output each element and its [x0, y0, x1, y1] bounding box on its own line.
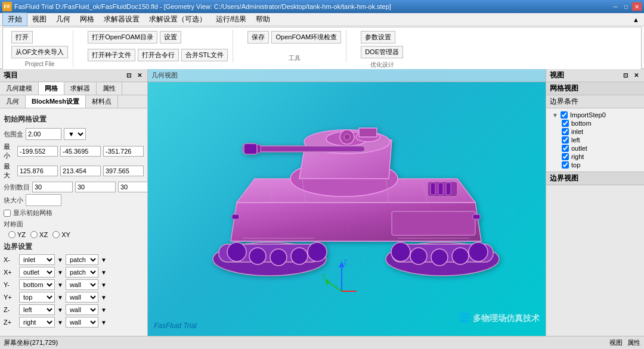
- menu-help[interactable]: 帮助: [251, 13, 275, 26]
- sym-xz-label[interactable]: XZ: [30, 231, 48, 238]
- tree-check-right[interactable]: [562, 153, 569, 160]
- block-size-input[interactable]: [26, 194, 61, 206]
- coord-axes: Z X Y: [321, 258, 357, 294]
- ribbon-group-openfoam: 打开OpenFOAM目录 设置 打开种子文件 打开合令行 合并STL文件: [83, 30, 233, 63]
- min-y-input[interactable]: [60, 146, 101, 157]
- status-tab-view[interactable]: 视图: [609, 338, 623, 347]
- open-of-dir-button[interactable]: 打开OpenFOAM目录: [88, 31, 157, 43]
- expand-icon[interactable]: ▼: [552, 112, 558, 119]
- div-y-input[interactable]: [75, 182, 116, 192]
- show-mesh-label: 显示初始网格: [13, 208, 52, 217]
- sym-yz-label[interactable]: YZ: [8, 231, 26, 238]
- project-title: 项目: [4, 70, 18, 80]
- boundary-xminus-name[interactable]: inletoutletleftrighttopbottom: [19, 254, 55, 265]
- bounding-box-row: 包围盒 ▼: [4, 128, 144, 140]
- merge-stl-button[interactable]: 合并STL文件: [181, 49, 228, 61]
- menu-solve-optional[interactable]: 求解设置（可选）: [144, 13, 211, 26]
- boundary-yplus-type[interactable]: wallpatch: [66, 292, 98, 303]
- ribbon-minimize[interactable]: ▲: [630, 16, 642, 23]
- boundary-xminus-type[interactable]: patchwall: [66, 254, 98, 265]
- sym-xy-radio[interactable]: [52, 231, 60, 238]
- right-close-icon[interactable]: ✕: [632, 71, 640, 80]
- boundary-tree: ▼ ImportStep0 bottom inlet left outlet: [546, 108, 644, 172]
- import-of-button[interactable]: 从OF文件夹导入: [11, 46, 68, 58]
- bounding-box-select[interactable]: ▼: [64, 128, 86, 140]
- boundary-section-title: 边界设置: [4, 242, 144, 252]
- sym-yz-radio[interactable]: [8, 231, 16, 238]
- sym-xy-label[interactable]: XY: [52, 231, 70, 238]
- svg-rect-37: [473, 214, 480, 219]
- tree-check-left[interactable]: [562, 136, 569, 144]
- right-float-icon[interactable]: ⊡: [621, 71, 630, 80]
- boundary-xplus-name[interactable]: outletinletleftrighttopbottom: [19, 267, 55, 278]
- max-y-input[interactable]: [60, 166, 101, 176]
- boundary-zminus-name[interactable]: leftrighttopbottominletoutlet: [19, 304, 55, 315]
- boundary-zminus-type[interactable]: wallpatch: [66, 304, 98, 315]
- svg-point-11: [431, 249, 448, 266]
- min-row: 最小: [4, 142, 144, 160]
- ribbon-group-title-params: 优化设计: [370, 61, 394, 69]
- menu-geometry[interactable]: 几何: [51, 13, 75, 26]
- run-combined-button[interactable]: 打开合令行: [138, 49, 179, 61]
- sym-xz-radio[interactable]: [30, 231, 38, 238]
- of-check-button[interactable]: OpenFOAM环境检查: [271, 31, 341, 43]
- svg-point-20: [344, 134, 350, 140]
- close-button[interactable]: ✕: [632, 2, 642, 11]
- div-x-input[interactable]: [32, 182, 73, 192]
- tree-check-bottom[interactable]: [562, 120, 569, 127]
- viewport: 几何视图: [148, 69, 546, 336]
- block-size-label: 块大小: [4, 196, 23, 205]
- boundary-xplus-type[interactable]: patchwall: [66, 267, 98, 278]
- boundary-yminus-type[interactable]: wallpatch: [66, 279, 98, 290]
- close-panel-icon[interactable]: ✕: [135, 71, 144, 80]
- boundary-xminus-row: X- inletoutletleftrighttopbottom ▼ patch…: [4, 254, 144, 265]
- menu-run-result[interactable]: 运行/结果: [211, 13, 251, 26]
- max-z-input[interactable]: [103, 166, 144, 176]
- float-icon[interactable]: ⊡: [125, 71, 133, 80]
- boundary-yplus-name[interactable]: topbottomleftrightinletoutlet: [19, 292, 55, 303]
- menu-solver-settings[interactable]: 求解器设置: [99, 13, 144, 26]
- menu-view[interactable]: 视图: [27, 13, 51, 26]
- boundary-yminus-name[interactable]: bottomtopleftrightinletoutlet: [19, 279, 55, 290]
- tree-check-top[interactable]: [562, 161, 569, 169]
- open-button[interactable]: 打开: [11, 31, 33, 43]
- settings-button[interactable]: 设置: [160, 31, 181, 43]
- symmetry-row: 对称面: [4, 220, 144, 229]
- min-label: 最小: [4, 142, 15, 160]
- tab-geometry-build[interactable]: 几何建模: [0, 82, 39, 95]
- mesh-tab-material[interactable]: 材料点: [86, 95, 118, 108]
- maximize-button[interactable]: □: [621, 2, 631, 11]
- boundary-zplus-type[interactable]: wallpatch: [66, 317, 98, 328]
- min-x-input[interactable]: [17, 146, 58, 157]
- mesh-tab-blockmesh[interactable]: BlockMesh设置: [26, 95, 86, 108]
- svg-point-12: [452, 248, 469, 264]
- tab-solver[interactable]: 求解器: [64, 82, 97, 95]
- open-seed-button[interactable]: 打开种子文件: [88, 49, 135, 61]
- svg-rect-24: [244, 144, 257, 154]
- max-x-input[interactable]: [17, 166, 58, 176]
- params-settings-button[interactable]: 参数设置: [361, 31, 395, 43]
- bounding-box-input[interactable]: [26, 128, 61, 140]
- minimize-button[interactable]: ─: [611, 2, 620, 11]
- tree-item-outlet: outlet: [550, 144, 640, 152]
- status-tab-properties[interactable]: 属性: [627, 338, 640, 347]
- div-z-input[interactable]: [118, 182, 147, 192]
- tree-check-inlet[interactable]: [562, 128, 569, 135]
- boundary-view-panel: 边界视图: [546, 172, 644, 336]
- tab-properties[interactable]: 属性: [97, 82, 122, 95]
- tab-mesh[interactable]: 网格: [39, 82, 64, 95]
- tree-check-importstep0[interactable]: [561, 111, 568, 119]
- save-button[interactable]: 保存: [247, 31, 269, 43]
- tree-check-outlet[interactable]: [562, 145, 569, 152]
- show-mesh-checkbox[interactable]: [4, 210, 11, 217]
- boundary-zplus-name[interactable]: rightlefttopbottominletoutlet: [19, 317, 55, 328]
- doe-button[interactable]: DOE管理器: [361, 46, 403, 58]
- tree-item-inlet: inlet: [550, 127, 640, 136]
- tree-item-importstep0: ▼ ImportStep0: [550, 111, 640, 119]
- mesh-tab-geometry[interactable]: 几何: [0, 95, 26, 108]
- min-z-input[interactable]: [103, 146, 144, 157]
- menu-mesh[interactable]: 网格: [75, 13, 99, 26]
- watermark: 🌐 多物理场仿真技术: [459, 312, 540, 324]
- menu-start[interactable]: 开始: [2, 13, 27, 26]
- bounding-box-label: 包围盒: [4, 130, 23, 139]
